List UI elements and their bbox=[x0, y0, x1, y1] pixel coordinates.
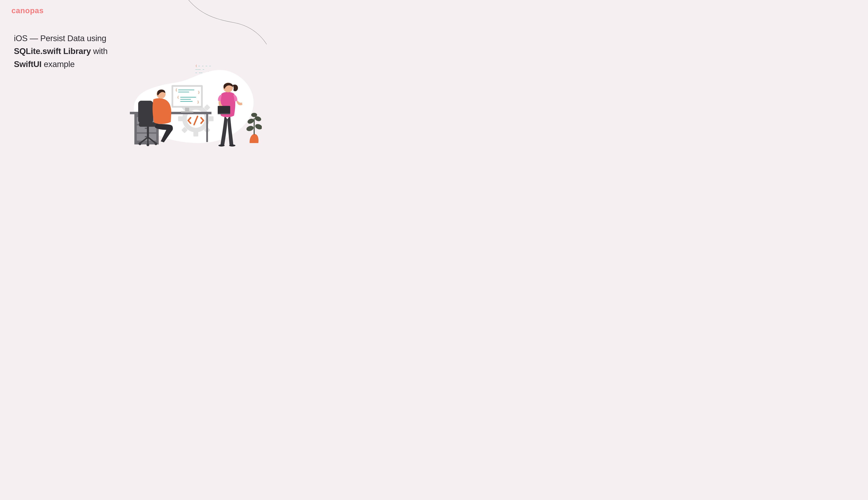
title-line-3: SwiftUI example bbox=[14, 58, 107, 71]
close-brace-icon: } bbox=[208, 71, 209, 74]
svg-text:}: } bbox=[197, 100, 199, 104]
svg-point-39 bbox=[155, 143, 157, 145]
svg-rect-17 bbox=[145, 128, 148, 129]
title-line-2-bold: SQLite.swift Library bbox=[14, 46, 91, 56]
svg-rect-10 bbox=[130, 112, 212, 114]
svg-point-0 bbox=[182, 105, 209, 132]
svg-rect-19 bbox=[172, 85, 203, 107]
svg-rect-22 bbox=[181, 111, 193, 113]
hero-illustration: { } { } bbox=[119, 60, 262, 148]
svg-point-1 bbox=[187, 110, 205, 128]
svg-point-44 bbox=[255, 116, 261, 121]
svg-point-45 bbox=[246, 126, 253, 131]
blob-shape-icon bbox=[134, 70, 254, 143]
page-title: iOS — Persist Data using SQLite.swift Li… bbox=[14, 32, 107, 71]
svg-rect-9 bbox=[181, 104, 188, 111]
svg-point-40 bbox=[147, 144, 149, 146]
svg-point-48 bbox=[218, 145, 225, 147]
svg-rect-3 bbox=[193, 132, 198, 136]
svg-point-43 bbox=[247, 118, 254, 124]
svg-line-36 bbox=[148, 137, 156, 143]
svg-rect-33 bbox=[139, 122, 158, 127]
plant-icon bbox=[246, 113, 262, 143]
svg-rect-7 bbox=[181, 127, 188, 133]
code-tag-icon bbox=[188, 116, 204, 125]
title-line-3-bold: SwiftUI bbox=[14, 59, 42, 69]
svg-rect-14 bbox=[137, 125, 156, 132]
svg-rect-34 bbox=[147, 127, 149, 137]
svg-point-41 bbox=[157, 90, 165, 99]
svg-point-38 bbox=[138, 143, 141, 145]
svg-rect-8 bbox=[204, 127, 210, 133]
svg-rect-6 bbox=[204, 104, 210, 111]
desk-icon bbox=[130, 112, 212, 145]
svg-rect-20 bbox=[173, 87, 201, 106]
svg-point-46 bbox=[255, 124, 262, 130]
monitor-icon: { } { } bbox=[172, 85, 203, 113]
svg-rect-50 bbox=[218, 106, 230, 114]
svg-text:{: { bbox=[177, 95, 179, 99]
svg-point-52 bbox=[223, 83, 233, 92]
svg-text:{: { bbox=[175, 88, 177, 92]
svg-rect-16 bbox=[145, 120, 148, 121]
svg-line-35 bbox=[140, 137, 148, 143]
svg-text:}: } bbox=[198, 90, 200, 94]
svg-rect-18 bbox=[145, 136, 148, 137]
svg-rect-5 bbox=[209, 116, 214, 121]
svg-rect-32 bbox=[138, 101, 153, 123]
code-line-icon: — — — ———— —— —— — bbox=[195, 65, 211, 74]
title-line-2-post: with bbox=[91, 46, 107, 56]
person-standing-icon bbox=[218, 83, 242, 147]
title-line-2: SQLite.swift Library with bbox=[14, 45, 107, 58]
chair-icon bbox=[138, 101, 158, 146]
svg-rect-2 bbox=[193, 101, 198, 105]
svg-rect-13 bbox=[137, 117, 156, 124]
svg-rect-21 bbox=[185, 107, 189, 112]
svg-rect-15 bbox=[137, 134, 156, 141]
brand-logo: canopas bbox=[11, 6, 44, 15]
title-line-1: iOS — Persist Data using bbox=[14, 32, 107, 45]
svg-rect-12 bbox=[134, 114, 159, 145]
svg-point-47 bbox=[252, 113, 256, 116]
svg-rect-4 bbox=[178, 116, 183, 121]
svg-point-49 bbox=[229, 145, 236, 147]
svg-rect-11 bbox=[206, 114, 208, 142]
decorative-curve bbox=[169, 0, 267, 59]
svg-rect-51 bbox=[218, 113, 230, 114]
code-snippet-decoration: { — — — ———— —— —— — } bbox=[195, 64, 225, 75]
brand-name: canopas bbox=[11, 6, 44, 15]
open-brace-icon: { bbox=[195, 65, 197, 67]
gear-icon bbox=[178, 101, 214, 136]
title-line-3-post: example bbox=[42, 59, 75, 69]
person-seated-icon bbox=[152, 90, 173, 143]
